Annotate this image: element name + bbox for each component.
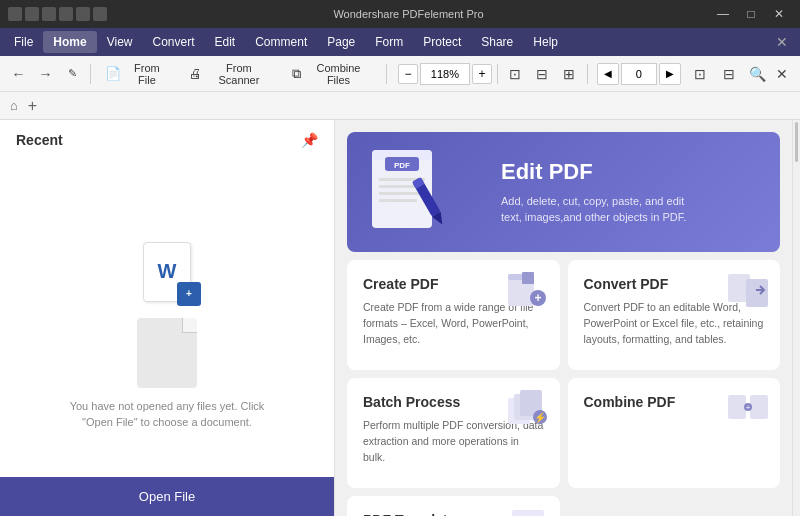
menu-edit[interactable]: Edit	[205, 31, 246, 53]
zoom-area: − +	[398, 63, 492, 85]
pdf-templates-card[interactable]: PDF Templates	[347, 496, 560, 516]
menu-share[interactable]: Share	[471, 31, 523, 53]
page-view-1-button[interactable]: ⊡	[503, 61, 528, 87]
create-pdf-desc: Create PDF from a wide range of file for…	[363, 300, 544, 354]
menu-comment[interactable]: Comment	[245, 31, 317, 53]
main-content: Recent 📌 W + You have not opened any fil…	[0, 120, 800, 516]
scanner-icon: 🖨	[189, 66, 202, 81]
menu-home[interactable]: Home	[43, 31, 96, 53]
empty-message: You have not opened any files yet. Click…	[57, 398, 277, 431]
combine-icon: ⧉	[292, 66, 301, 82]
menu-bar: File Home View Convert Edit Comment Page…	[0, 28, 800, 56]
from-file-button[interactable]: 📄 From File	[96, 61, 178, 87]
svg-rect-6	[379, 192, 423, 195]
menu-close-icon[interactable]: ✕	[768, 34, 796, 50]
batch-process-card[interactable]: Batch Process Perform multiple PDF conve…	[347, 378, 560, 488]
zoom-input[interactable]	[420, 63, 470, 85]
tab-bar: ⌂ +	[0, 92, 800, 120]
convert-pdf-card[interactable]: Convert PDF Convert PDF to an editable W…	[568, 260, 781, 370]
recent-header: Recent 📌	[0, 120, 334, 156]
edit-pdf-description: Add, delete, cut, copy, paste, and edit …	[501, 193, 701, 226]
batch-process-icon: ⚡	[508, 390, 548, 425]
menu-convert[interactable]: Convert	[142, 31, 204, 53]
svg-text:+: +	[746, 403, 751, 412]
svg-rect-23	[728, 395, 746, 419]
menu-form[interactable]: Form	[365, 31, 413, 53]
title-bar: Wondershare PDFelement Pro — □ ✕	[0, 0, 800, 28]
recent-empty-state: W + You have not opened any files yet. C…	[0, 156, 334, 516]
combine-pdf-desc	[584, 418, 765, 472]
svg-rect-17	[746, 279, 768, 307]
svg-rect-27	[512, 510, 544, 516]
toolbar-separator-4	[587, 64, 588, 84]
menu-protect[interactable]: Protect	[413, 31, 471, 53]
menu-view[interactable]: View	[97, 31, 143, 53]
edit-toolbar-btn[interactable]: ✎	[60, 61, 85, 87]
combine-pdf-card[interactable]: Combine PDF +	[568, 378, 781, 488]
menu-help[interactable]: Help	[523, 31, 568, 53]
close-button[interactable]: ✕	[766, 4, 792, 24]
snap-button[interactable]: ⊡	[687, 61, 713, 87]
page-view-3-button[interactable]: ⊞	[557, 61, 582, 87]
convert-pdf-desc: Convert PDF to an editable Word, PowerPo…	[584, 300, 765, 354]
next-page-button[interactable]: ▶	[659, 63, 681, 85]
pdf-illustration-svg: PDF	[357, 142, 477, 242]
search-button[interactable]: 🔍	[746, 62, 769, 86]
svg-text:PDF: PDF	[394, 161, 410, 170]
from-file-icon: 📄	[105, 66, 121, 81]
word-letter: W	[158, 260, 177, 283]
menu-page[interactable]: Page	[317, 31, 365, 53]
vertical-scrollbar[interactable]	[792, 120, 800, 516]
toolbar-right-icons: ⊡ ⊟	[687, 61, 742, 87]
from-scanner-label: From Scanner	[206, 62, 272, 86]
home-tab-icon[interactable]: ⌂	[8, 96, 20, 115]
forward-button[interactable]: →	[33, 61, 58, 87]
pdf-templates-icon	[508, 508, 548, 516]
zoom-out-button[interactable]: −	[398, 64, 418, 84]
from-scanner-button[interactable]: 🖨 From Scanner	[180, 61, 281, 87]
window-title: Wondershare PDFelement Pro	[107, 8, 710, 20]
maximize-button[interactable]: □	[738, 4, 764, 24]
toolbar-separator-2	[386, 64, 387, 84]
svg-text:+: +	[534, 291, 541, 305]
more-options-button[interactable]: ✕	[771, 62, 794, 86]
svg-rect-13	[522, 272, 534, 284]
combine-pdf-icon: +	[728, 390, 768, 425]
open-file-button[interactable]: Open File	[0, 477, 334, 516]
zoom-in-button[interactable]: +	[472, 64, 492, 84]
back-button[interactable]: ←	[6, 61, 31, 87]
redo-icon[interactable]	[76, 7, 90, 21]
batch-process-desc: Perform multiple PDF conversion, data ex…	[363, 418, 544, 472]
svg-rect-7	[379, 199, 417, 202]
minimize-button[interactable]: —	[710, 4, 736, 24]
right-panel: PDF Edit PDF Add, delete, cut, co	[335, 120, 792, 516]
fit-button[interactable]: ⊟	[716, 61, 742, 87]
quick-save-icon[interactable]	[25, 7, 39, 21]
from-file-label: From File	[125, 62, 169, 86]
scroll-thumb[interactable]	[795, 122, 798, 162]
undo-icon[interactable]	[59, 7, 73, 21]
toolbar: ← → ✎ 📄 From File 🖨 From Scanner ⧉ Combi…	[0, 56, 800, 92]
add-tab-button[interactable]: +	[24, 95, 41, 117]
create-pdf-card[interactable]: Create PDF Create PDF from a wide range …	[347, 260, 560, 370]
edit-pdf-illustration: PDF	[357, 142, 477, 242]
edit-pdf-banner[interactable]: PDF Edit PDF Add, delete, cut, co	[347, 132, 780, 252]
convert-pdf-icon	[728, 272, 768, 307]
prev-page-button[interactable]: ◀	[597, 63, 619, 85]
file-placeholder-icon	[137, 318, 197, 388]
menu-file[interactable]: File	[4, 31, 43, 53]
svg-text:⚡: ⚡	[534, 411, 547, 424]
toolbar-separator-1	[90, 64, 91, 84]
svg-rect-5	[379, 185, 419, 188]
more-icon[interactable]	[93, 7, 107, 21]
pin-icon[interactable]: 📌	[301, 132, 318, 148]
combine-files-button[interactable]: ⧉ Combine Files	[283, 61, 381, 87]
page-view-2-button[interactable]: ⊟	[530, 61, 555, 87]
quick-open-icon[interactable]	[42, 7, 56, 21]
page-number-input[interactable]	[621, 63, 657, 85]
cards-grid: Create PDF Create PDF from a wide range …	[335, 260, 792, 516]
toolbar-separator-3	[497, 64, 498, 84]
create-pdf-icon: +	[508, 272, 548, 307]
page-navigation: ◀ ▶	[597, 63, 681, 85]
word-badge: +	[177, 282, 201, 306]
